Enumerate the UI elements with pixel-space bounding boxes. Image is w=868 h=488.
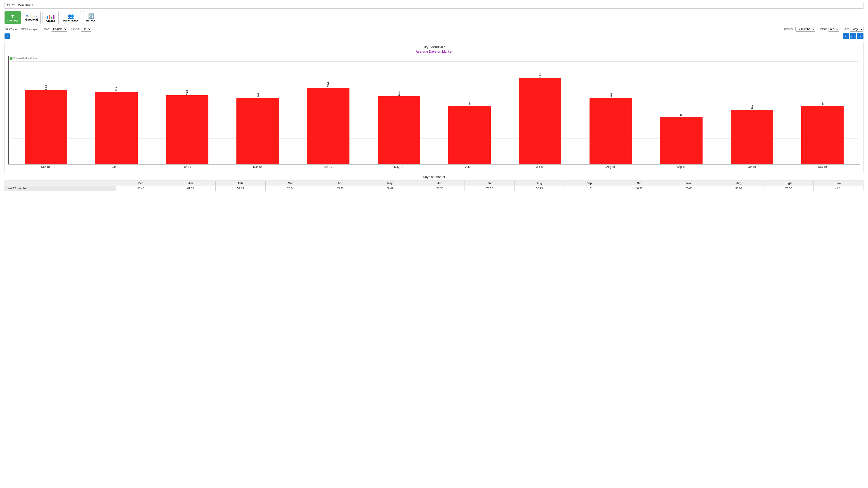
bar-group: 73.5	[505, 73, 575, 164]
turnover-label: Turnover	[86, 19, 96, 22]
performance-icon: 👥	[68, 13, 74, 19]
bar	[519, 78, 561, 164]
filter-button[interactable]: ▼ Filter by:	[4, 11, 21, 24]
performance-button[interactable]: 👥 Performance	[61, 11, 81, 24]
bar-value-label: 50.3	[468, 100, 471, 105]
svg-rect-0	[851, 36, 852, 38]
chart-nav-icon	[850, 33, 856, 39]
table-row: Last 12 months63.4061.5759.3357.3465.425…	[5, 186, 864, 191]
next-button[interactable]: ›	[857, 33, 864, 39]
bar-value-label: 46.3	[750, 105, 753, 109]
turnover-icon: 🔄	[88, 13, 94, 19]
city-value: Merrillville	[18, 3, 33, 7]
bar-value-label: 41	[680, 113, 683, 116]
size-label: Size:	[843, 28, 849, 31]
x-axis-label: Jun 19	[434, 165, 505, 168]
graphs-icon	[47, 13, 55, 20]
bar-group: 41	[646, 113, 717, 164]
labels-control: Labels: On	[71, 27, 91, 32]
colour-control: Colour: red	[819, 27, 839, 32]
table-data-cell: 56.97	[714, 186, 764, 191]
x-axis-label: Oct 19	[717, 165, 787, 168]
city-label: CITY:	[7, 3, 15, 7]
bar-group: 56.9	[576, 93, 646, 164]
table-header-cell: Jan	[166, 181, 215, 186]
bar	[237, 98, 279, 164]
x-axis-label: Feb 19	[151, 165, 222, 168]
size-control: Size: Large	[843, 27, 864, 32]
table-header-cell: Avg	[714, 181, 764, 186]
table-data-cell: 46.32	[614, 186, 664, 191]
table-header-cell: Sep	[564, 181, 614, 186]
table-data-cell: 63.40	[116, 186, 166, 191]
city-bar: CITY: Merrillville	[4, 2, 864, 8]
bar-value-label: 56.9	[610, 93, 612, 97]
bar	[378, 96, 420, 164]
bar-value-label: 57.3	[256, 93, 259, 97]
google-it-button[interactable]: Google Google It!	[23, 11, 41, 24]
x-axis-label: Dec 18	[10, 165, 81, 168]
table-header-cell: High	[764, 181, 813, 186]
bar-value-label: 61.6	[115, 87, 118, 91]
turnover-button[interactable]: 🔄 Turnover	[83, 11, 99, 24]
timeline-control: Timeline: 12 months	[783, 27, 815, 32]
chart-select[interactable]: Column	[51, 27, 67, 32]
colour-select[interactable]: red	[828, 27, 839, 32]
x-axis-label: Mar 19	[222, 165, 293, 168]
bar	[307, 88, 349, 164]
bar-value-label: 73.5	[539, 73, 541, 78]
x-axis-label: May 19	[364, 165, 434, 168]
table-data-cell: 57.34	[266, 186, 315, 191]
chart-title: City: Merrillville	[8, 45, 860, 49]
table-data-cell: 73.50	[465, 186, 515, 191]
toolbar: ▼ Filter by: Google Google It! Graphs 👥 …	[4, 11, 864, 24]
table-data-cell: 59.33	[216, 186, 266, 191]
table-data-cell: 73.50	[764, 186, 813, 191]
table-header-cell: Apr	[315, 181, 365, 186]
table-data-cell: 50.30	[415, 186, 465, 191]
table-header-cell: Aug	[515, 181, 564, 186]
chart-area: Prepared by Lutrell Kirk 63.461.659.357.…	[8, 56, 860, 164]
data-table: DecJanFebMarAprMayJunJulAugSepOctNovAvgH…	[4, 181, 864, 191]
avg-text: 56.97 - avg. DOM for span	[4, 28, 39, 31]
bar	[448, 106, 491, 164]
timeline-select[interactable]: 12 months	[796, 27, 815, 32]
info-button[interactable]: i	[4, 33, 10, 39]
x-axis-label: Aug 19	[575, 165, 646, 168]
bar	[801, 106, 844, 164]
table-data-cell: 65.42	[315, 186, 365, 191]
table-data-cell: 41.01	[813, 186, 864, 191]
bar	[95, 92, 138, 164]
table-header-cell	[5, 181, 116, 186]
x-axis-label: Nov 19	[787, 165, 858, 168]
filter-icon: ▼	[10, 13, 15, 19]
bar-value-label: 65.4	[327, 82, 330, 87]
filter-label: Filter by:	[7, 19, 18, 22]
bar-group: 59.3	[152, 90, 222, 164]
bar-group: 58.5	[364, 91, 434, 164]
prev-button[interactable]: ‹	[843, 33, 849, 39]
x-axis-label: Jan 19	[81, 165, 152, 168]
table-row-label: Last 12 months	[5, 186, 116, 191]
bar-group: 50	[787, 102, 858, 164]
table-header-cell: Mar	[266, 181, 315, 186]
table-header-cell: Dec	[116, 181, 166, 186]
svg-rect-2	[854, 35, 855, 38]
table-header-cell: Jul	[465, 181, 515, 186]
bar-group: 57.3	[222, 93, 293, 164]
graphs-button[interactable]: Graphs	[42, 11, 59, 24]
bar-group: 46.3	[717, 105, 787, 164]
google-it-label: Google It!	[25, 18, 38, 21]
size-select[interactable]: Large	[850, 27, 864, 32]
x-axis-label: Jul 19	[505, 165, 576, 168]
x-axis-label: Sep 19	[646, 165, 717, 168]
bar	[166, 95, 208, 164]
info-nav-row: i ‹ ›	[4, 33, 864, 39]
table-header-row: DecJanFebMarAprMayJunJulAugSepOctNovAvgH…	[5, 181, 864, 186]
data-table-section: Days on market DecJanFebMarAprMayJunJulA…	[4, 175, 864, 191]
nav-buttons: ‹ ›	[843, 33, 864, 39]
labels-select[interactable]: On	[81, 27, 91, 32]
labels-label: Labels:	[71, 28, 80, 31]
bar-group: 63.4	[11, 85, 81, 164]
controls-row: 56.97 - avg. DOM for span Chart: Column …	[4, 27, 864, 32]
